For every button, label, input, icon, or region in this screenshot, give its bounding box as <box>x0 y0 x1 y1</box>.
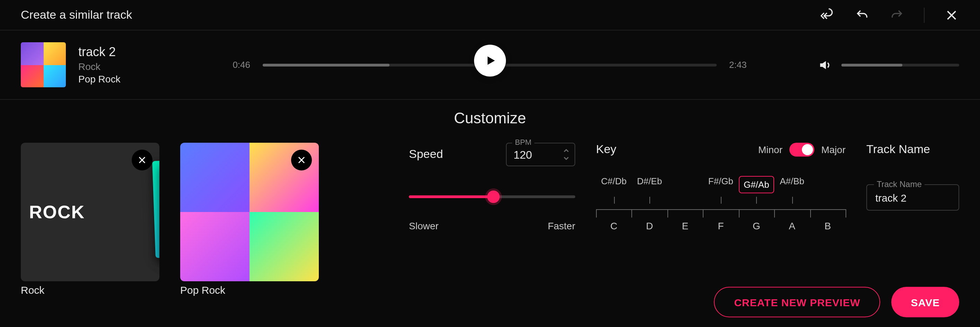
current-time: 0:46 <box>216 60 250 70</box>
track-subgenre: Pop Rock <box>78 73 203 84</box>
undo-all-button[interactable] <box>820 7 835 22</box>
track-name-heading: Track Name <box>866 143 959 157</box>
header-bar: Create a similar track <box>0 0 980 30</box>
key-picker[interactable]: C#/DbD#/EbF#/GbG#/AbA#/Bb CDEFGAB <box>596 176 846 232</box>
bpm-step-down[interactable] <box>561 155 572 162</box>
key-sharp-option[interactable]: A#/Bb <box>774 176 810 193</box>
footer-actions: CREATE NEW PREVIEW SAVE <box>714 287 959 317</box>
volume-slider[interactable] <box>842 63 959 66</box>
progress-bar[interactable] <box>262 49 717 81</box>
track-genre: Rock <box>78 61 203 72</box>
mode-toggle[interactable] <box>789 143 815 157</box>
track-name: track 2 <box>78 45 203 60</box>
rock-label-graphic: ROCK <box>29 201 85 223</box>
bpm-input[interactable]: BPM 120 <box>506 143 575 166</box>
track-meta: track 2 Rock Pop Rock <box>78 45 203 84</box>
key-natural-option[interactable]: A <box>774 220 810 232</box>
remove-style-button[interactable] <box>291 150 312 170</box>
key-natural-option[interactable]: E <box>667 220 703 232</box>
style-tile-rock: ROCK Rock <box>21 143 159 296</box>
track-name-input[interactable] <box>875 192 950 204</box>
key-natural-option[interactable]: C <box>596 220 632 232</box>
key-natural-option[interactable]: G <box>738 220 774 232</box>
style-tiles: ROCK Rock <box>21 143 388 296</box>
key-sharp-option[interactable]: D#/Eb <box>632 176 667 193</box>
key-sharp-option <box>667 176 703 193</box>
key-natural-option[interactable]: D <box>632 220 667 232</box>
track-name-panel: Track Name Track Name <box>866 143 959 211</box>
customize-heading: Customize <box>21 110 959 127</box>
key-label: Key <box>596 143 616 157</box>
redo-button[interactable] <box>889 7 904 22</box>
key-sharp-option[interactable]: C#/Db <box>596 176 632 193</box>
speed-faster-label: Faster <box>548 220 575 232</box>
speed-panel: Speed BPM 120 Slower <box>409 143 575 232</box>
major-label: Major <box>821 144 846 155</box>
play-button[interactable] <box>474 44 506 76</box>
style-tile-image: ROCK <box>21 143 159 281</box>
key-mode-switch: Minor Major <box>758 143 846 157</box>
header-actions <box>820 7 959 22</box>
key-sharp-option[interactable]: G#/Ab <box>738 176 774 193</box>
speed-label: Speed <box>409 148 443 162</box>
create-preview-button[interactable]: CREATE NEW PREVIEW <box>714 287 880 317</box>
track-thumbnail <box>21 42 66 87</box>
remove-style-button[interactable] <box>132 150 153 170</box>
separator <box>924 7 924 22</box>
duration: 2:43 <box>729 60 764 70</box>
style-tile-label: Pop Rock <box>180 284 319 296</box>
key-natural-option[interactable]: F <box>703 220 739 232</box>
save-button[interactable]: SAVE <box>892 287 959 317</box>
bpm-value: 120 <box>514 149 532 161</box>
speed-slider[interactable] <box>409 190 575 204</box>
key-natural-option[interactable]: B <box>810 220 846 232</box>
style-tile-label: Rock <box>21 284 159 296</box>
track-name-field[interactable]: Track Name <box>866 184 959 211</box>
key-panel: Key Minor Major C#/DbD#/EbF#/GbG#/AbA#/B… <box>596 143 846 232</box>
page-title: Create a similar track <box>21 8 132 22</box>
customize-section: Customize ROCK Rock <box>0 100 980 296</box>
key-sharp-option <box>810 176 846 193</box>
style-tile-image <box>180 143 319 281</box>
bpm-field-label: BPM <box>512 138 535 146</box>
undo-button[interactable] <box>854 7 870 22</box>
bpm-step-up[interactable] <box>561 147 572 154</box>
volume-control <box>818 58 959 72</box>
minor-label: Minor <box>758 144 783 155</box>
close-button[interactable] <box>944 7 959 22</box>
speed-slower-label: Slower <box>409 220 439 232</box>
track-preview: track 2 Rock Pop Rock 0:46 2:43 <box>0 30 980 100</box>
track-name-field-label: Track Name <box>874 179 924 189</box>
style-tile-poprock: Pop Rock <box>180 143 319 296</box>
key-sharp-option[interactable]: F#/Gb <box>703 176 739 193</box>
volume-icon[interactable] <box>818 58 832 72</box>
